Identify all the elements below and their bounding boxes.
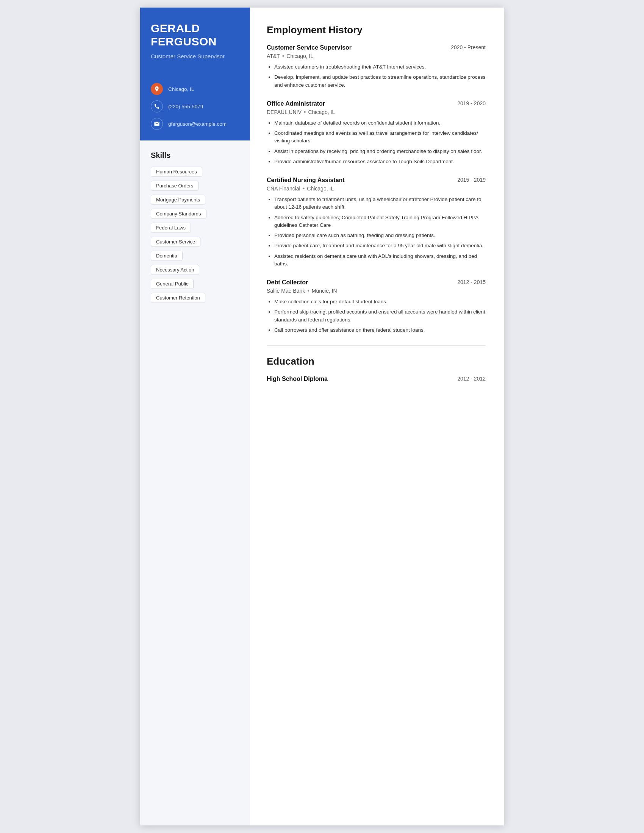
- job-header: Certified Nursing Assistant2015 - 2019: [267, 177, 486, 183]
- job-bullet: Transport patients to treatment units, u…: [274, 196, 486, 211]
- education-section-title: Education: [267, 355, 486, 367]
- phone-icon: [151, 100, 163, 113]
- contact-location: Chicago, IL: [151, 83, 240, 95]
- job-title: Debt Collector: [267, 279, 308, 286]
- job-bullet: Assisted residents on dementia care unit…: [274, 252, 486, 268]
- job-bullet: Develop, implement, and update best prac…: [274, 74, 486, 89]
- skill-tag: Necessary Action: [151, 265, 199, 275]
- job-city: Chicago, IL: [307, 185, 334, 191]
- skill-tag: Purchase Orders: [151, 181, 198, 191]
- location-icon: [151, 83, 163, 95]
- job-bullet: Adhered to safety guidelines; Completed …: [274, 214, 486, 230]
- job-bullet: Assist in operations by receiving, prici…: [274, 148, 486, 155]
- company-name: CNA Financial: [267, 185, 300, 191]
- skill-tag: Company Standards: [151, 209, 206, 219]
- resume-container: GERALD FERGUSON Customer Service Supervi…: [140, 8, 504, 825]
- education-list: High School Diploma2012 - 2012: [267, 376, 486, 383]
- job-bullets: Make collection calls for pre default st…: [267, 298, 486, 334]
- phone-text: (220) 555-5079: [168, 104, 203, 109]
- job-bullet: Assisted customers in troubleshooting th…: [274, 63, 486, 71]
- skill-tag: Mortgage Payments: [151, 195, 205, 205]
- skills-heading: Skills: [151, 151, 240, 160]
- job-city: Muncie, IN: [312, 288, 337, 294]
- job-bullets: Transport patients to treatment units, u…: [267, 196, 486, 268]
- candidate-name: GERALD FERGUSON: [151, 22, 240, 48]
- job-header: Debt Collector2012 - 2015: [267, 279, 486, 286]
- sidebar-header: GERALD FERGUSON Customer Service Supervi…: [140, 8, 250, 72]
- skill-tag: Customer Service: [151, 236, 200, 247]
- job-header: Customer Service Supervisor2020 - Presen…: [267, 44, 486, 51]
- skill-tag: Human Resources: [151, 167, 202, 177]
- employment-section-title: Employment History: [267, 24, 486, 36]
- skill-tag: Customer Retention: [151, 293, 205, 303]
- email-icon: [151, 118, 163, 130]
- job-dates: 2012 - 2015: [457, 279, 486, 285]
- company-name: DEPAUL UNIV: [267, 109, 301, 115]
- skill-tag: General Public: [151, 279, 193, 289]
- job-block: Customer Service Supervisor2020 - Presen…: [267, 44, 486, 89]
- job-bullet: Maintain database of detailed records on…: [274, 119, 486, 127]
- email-text: gferguson@example.com: [168, 121, 227, 127]
- job-header: Office Administrator2019 - 2020: [267, 100, 486, 107]
- job-bullet: Performed skip tracing, profiled account…: [274, 308, 486, 324]
- job-dates: 2020 - Present: [451, 44, 486, 50]
- job-city: Chicago, IL: [287, 53, 313, 59]
- job-company: CNA Financial•Chicago, IL: [267, 185, 486, 192]
- job-title: Office Administrator: [267, 100, 325, 107]
- job-city: Chicago, IL: [308, 109, 335, 115]
- contact-email: gferguson@example.com: [151, 118, 240, 130]
- job-company: AT&T•Chicago, IL: [267, 53, 486, 60]
- jobs-list: Customer Service Supervisor2020 - Presen…: [267, 44, 486, 334]
- edu-dates: 2012 - 2012: [457, 376, 486, 382]
- job-company: Sallie Mae Bank•Muncie, IN: [267, 287, 486, 294]
- job-bullet: Provided personal care such as bathing, …: [274, 232, 486, 239]
- job-bullets: Maintain database of detailed records on…: [267, 119, 486, 166]
- dot-separator: •: [304, 109, 306, 116]
- dot-separator: •: [303, 185, 305, 192]
- job-bullet: Make collection calls for pre default st…: [274, 298, 486, 306]
- job-bullet: Call borrowers and offer assistance on t…: [274, 326, 486, 334]
- candidate-title: Customer Service Supervisor: [151, 53, 240, 60]
- job-dates: 2019 - 2020: [457, 100, 486, 106]
- dot-separator: •: [282, 53, 285, 60]
- job-bullet: Provide administrative/human resources a…: [274, 158, 486, 166]
- job-bullets: Assisted customers in troubleshooting th…: [267, 63, 486, 89]
- job-bullet: Coordinated meetings and events as well …: [274, 130, 486, 145]
- job-title: Customer Service Supervisor: [267, 44, 351, 51]
- job-title: Certified Nursing Assistant: [267, 177, 345, 183]
- edu-block: High School Diploma2012 - 2012: [267, 376, 486, 383]
- skill-tag: Federal Laws: [151, 223, 191, 233]
- job-block: Certified Nursing Assistant2015 - 2019CN…: [267, 177, 486, 268]
- location-text: Chicago, IL: [168, 86, 194, 92]
- skill-tag: Dementia: [151, 251, 183, 261]
- job-block: Debt Collector2012 - 2015Sallie Mae Bank…: [267, 279, 486, 334]
- edu-degree: High School Diploma: [267, 376, 328, 383]
- sidebar: GERALD FERGUSON Customer Service Supervi…: [140, 8, 250, 825]
- contact-phone: (220) 555-5079: [151, 100, 240, 113]
- company-name: Sallie Mae Bank: [267, 288, 305, 294]
- skills-section: Skills Human ResourcesPurchase OrdersMor…: [140, 140, 250, 825]
- job-company: DEPAUL UNIV•Chicago, IL: [267, 109, 486, 116]
- main-content: Employment History Customer Service Supe…: [250, 8, 504, 825]
- contact-section: Chicago, IL (220) 555-5079 gferguson@exa…: [140, 72, 250, 140]
- company-name: AT&T: [267, 53, 280, 59]
- job-bullet: Provide patient care, treatment and main…: [274, 242, 486, 249]
- job-block: Office Administrator2019 - 2020DEPAUL UN…: [267, 100, 486, 166]
- skill-tags-list: Human ResourcesPurchase OrdersMortgage P…: [151, 167, 240, 303]
- dot-separator: •: [307, 287, 309, 294]
- job-dates: 2015 - 2019: [457, 177, 486, 183]
- section-divider: [267, 345, 486, 346]
